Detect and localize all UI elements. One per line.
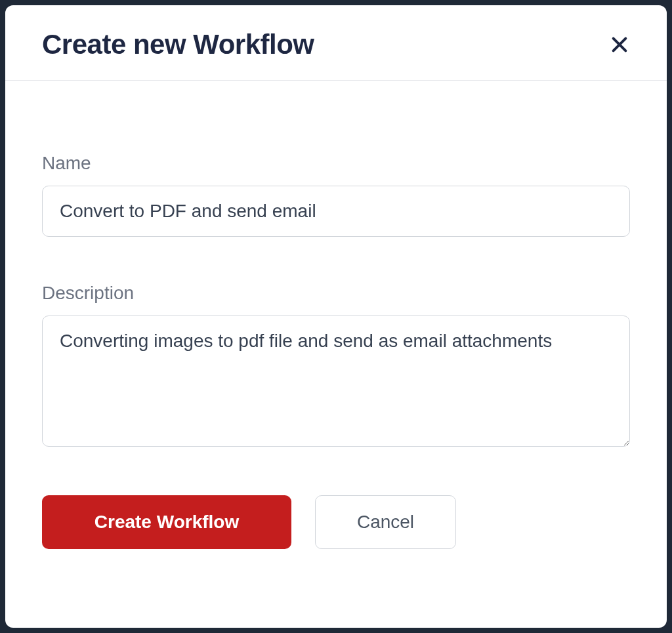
name-input[interactable] — [42, 186, 630, 237]
modal-body: Name Description Create Workflow Cancel — [5, 81, 667, 628]
modal-header: Create new Workflow — [5, 5, 667, 81]
description-field-group: Description — [42, 283, 630, 449]
cancel-button[interactable]: Cancel — [315, 495, 456, 549]
close-button[interactable] — [605, 30, 634, 59]
description-label: Description — [42, 283, 630, 304]
create-workflow-modal: Create new Workflow Name Description Cre… — [5, 5, 667, 628]
button-row: Create Workflow Cancel — [42, 495, 630, 549]
close-icon — [609, 34, 630, 55]
modal-title: Create new Workflow — [42, 29, 314, 60]
name-label: Name — [42, 153, 630, 174]
name-field-group: Name — [42, 153, 630, 237]
description-textarea[interactable] — [42, 316, 630, 447]
create-workflow-button[interactable]: Create Workflow — [42, 495, 291, 549]
